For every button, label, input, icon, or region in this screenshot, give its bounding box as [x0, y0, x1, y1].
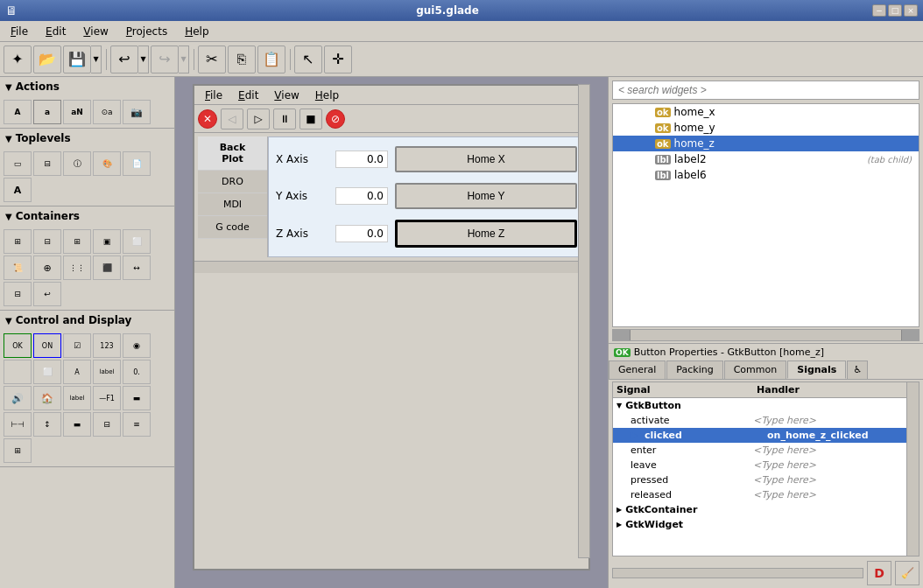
move-button[interactable]: ✛	[324, 46, 352, 74]
widget-hscale[interactable]: ⊢⊣	[4, 412, 32, 437]
widget-image[interactable]: 📷	[123, 100, 151, 124]
tree-row-label2[interactable]: lbl label2 (tab child)	[613, 151, 919, 167]
tab-dro[interactable]: DRO	[198, 171, 267, 193]
widget-fn[interactable]: —F1	[93, 386, 121, 410]
search-input[interactable]	[612, 80, 919, 100]
widget-table[interactable]: ⊞	[63, 229, 91, 254]
widget-split[interactable]: ⬛	[93, 256, 121, 280]
widget-arrow[interactable]: ↔	[123, 256, 151, 280]
menu-projects[interactable]: Projects	[119, 24, 174, 39]
widget-text[interactable]: A	[63, 360, 91, 384]
open-button[interactable]: 📂	[33, 46, 61, 74]
gtk-container-group[interactable]: ▶ GtkContainer	[613, 502, 919, 517]
signal-enter-handler[interactable]: <Type here>	[753, 444, 915, 456]
widget-scroll[interactable]: 📜	[4, 256, 32, 280]
widget-button[interactable]: a	[33, 100, 61, 124]
tree-row-home-y[interactable]: ok home_y	[613, 120, 919, 136]
inner-menu-edit[interactable]: Edit	[231, 88, 265, 103]
home-y-button[interactable]: Home Y	[395, 183, 577, 209]
new-button[interactable]: ✦	[4, 46, 32, 74]
signal-enter[interactable]: enter <Type here>	[613, 443, 919, 458]
cut-button[interactable]: ✂	[198, 46, 226, 74]
tree-row-home-z[interactable]: ok home_z	[613, 136, 919, 151]
widget-page[interactable]: ↩	[33, 282, 61, 306]
menu-file[interactable]: File	[4, 24, 35, 39]
delete-button[interactable]: D	[867, 561, 891, 585]
inner-pause-btn[interactable]: ⏸	[273, 108, 296, 130]
widget-blank[interactable]	[4, 360, 32, 384]
tab-accessibility[interactable]: ♿	[847, 360, 868, 379]
widget-plus[interactable]: ⊟	[93, 412, 121, 437]
inner-close-btn[interactable]: ✕	[198, 109, 217, 129]
save-dropdown[interactable]: ▼	[91, 46, 102, 74]
widget-lbl[interactable]: label	[93, 360, 121, 384]
gtk-button-group[interactable]: ▼ GtkButton	[613, 398, 919, 413]
copy-button[interactable]: ⎘	[228, 46, 256, 74]
widget-vbox[interactable]: ⊟	[33, 229, 61, 254]
widget-window[interactable]: ▭	[4, 151, 32, 176]
widget-ok[interactable]: OK	[4, 333, 32, 358]
signal-clicked-handler[interactable]: on_home_z_clicked	[767, 430, 915, 441]
undo-button[interactable]: ↩	[110, 46, 138, 74]
widget-img2[interactable]: ⬜	[33, 360, 61, 384]
inner-menu-help[interactable]: Help	[308, 88, 346, 103]
tab-backplot[interactable]: BackPlot	[198, 136, 267, 171]
menu-edit[interactable]: Edit	[39, 24, 73, 39]
signal-activate-handler[interactable]: <Type here>	[753, 415, 915, 426]
signal-pressed-handler[interactable]: <Type here>	[753, 474, 915, 486]
tab-general[interactable]: General	[609, 360, 666, 379]
signal-activate[interactable]: activate <Type here>	[613, 413, 919, 428]
widget-spin[interactable]: 123	[93, 333, 121, 358]
tab-gcode[interactable]: G code	[198, 216, 267, 239]
minimize-button[interactable]: −	[872, 4, 886, 17]
widget-a[interactable]: A	[4, 178, 32, 202]
signal-clicked[interactable]: ▶ clicked on_home_z_clicked	[613, 428, 919, 443]
signals-scrollbar-h[interactable]	[612, 568, 863, 578]
gtk-widget-group[interactable]: ▶ GtkWidget	[613, 517, 919, 532]
redo-dropdown[interactable]: ▼	[179, 46, 189, 74]
toplevels-header[interactable]: ▼ Toplevels	[0, 129, 174, 148]
signal-leave[interactable]: leave <Type here>	[613, 458, 919, 472]
actions-header[interactable]: ▼ Actions	[0, 77, 174, 96]
menu-view[interactable]: View	[76, 24, 115, 39]
signal-leave-handler[interactable]: <Type here>	[753, 459, 915, 471]
widget-check[interactable]: ☑	[63, 333, 91, 358]
close-button[interactable]: ×	[904, 4, 918, 17]
widget-fixed[interactable]: ▣	[93, 229, 121, 254]
inner-scrollbar-h[interactable]	[194, 261, 588, 273]
widget-label[interactable]: A	[4, 100, 32, 124]
widget-progress[interactable]: ▬	[63, 412, 91, 437]
widget-panel[interactable]: ⊟	[4, 282, 32, 306]
widget-num[interactable]: 0.	[123, 360, 151, 384]
control-header[interactable]: ▼ Control and Display	[0, 311, 174, 330]
center-scrollbar-v[interactable]	[578, 84, 590, 558]
widget-frame[interactable]: ⬜	[123, 229, 151, 254]
inner-stop-btn[interactable]: ■	[299, 108, 322, 130]
home-x-button[interactable]: Home X	[395, 146, 577, 172]
tab-packing[interactable]: Packing	[666, 360, 722, 379]
widget-list[interactable]: ≡	[123, 412, 151, 437]
widget-grid2[interactable]: ⊞	[4, 438, 32, 463]
containers-header[interactable]: ▼ Containers	[0, 206, 174, 226]
redo-button[interactable]: ↪	[151, 46, 179, 74]
clear-button[interactable]: 🧹	[895, 561, 919, 585]
tab-common[interactable]: Common	[724, 360, 787, 379]
maximize-button[interactable]: □	[888, 4, 902, 17]
tab-signals[interactable]: Signals	[787, 360, 846, 379]
tree-row-home-x[interactable]: ok home_x	[613, 104, 919, 120]
widget-speaker[interactable]: 🔊	[4, 386, 32, 410]
widget-lbl2[interactable]: label	[63, 386, 91, 410]
inner-estop-btn[interactable]: ⊘	[326, 109, 345, 129]
widget-color[interactable]: 🎨	[93, 151, 121, 176]
inner-back-btn[interactable]: ◁	[221, 108, 243, 130]
tree-row-label6[interactable]: lbl label6	[613, 167, 919, 183]
widget-dialog[interactable]: ⊟	[33, 151, 61, 176]
widget-file[interactable]: 📄	[123, 151, 151, 176]
tree-scrollbar-h[interactable]	[612, 329, 919, 341]
widget-rect[interactable]: ▬	[123, 386, 151, 410]
paste-button[interactable]: 📋	[257, 46, 285, 74]
signals-scrollbar-v[interactable]	[906, 382, 919, 556]
inner-menu-file[interactable]: File	[198, 88, 229, 103]
pointer-button[interactable]: ↖	[294, 46, 322, 74]
inner-menu-view[interactable]: View	[267, 88, 306, 103]
